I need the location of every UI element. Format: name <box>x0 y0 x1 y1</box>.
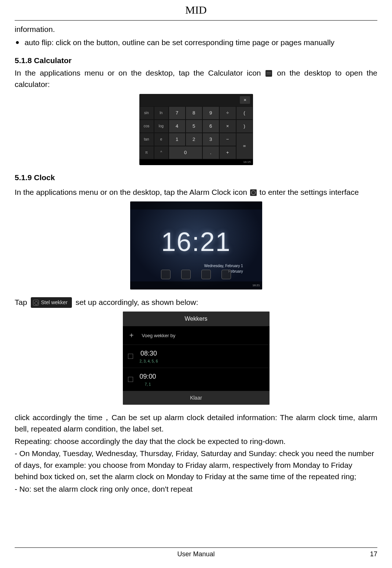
calculator-screenshot: ✕ sin ln 7 8 9 ÷ ( cos log 4 5 6 × ) ta <box>139 94 253 165</box>
calculator-icon <box>265 70 272 77</box>
alarm-time-1: 08:30 <box>140 349 158 358</box>
calc-key-sub: − <box>219 133 236 146</box>
calc-key-div: ÷ <box>219 106 236 120</box>
calc-key-6: 6 <box>202 120 219 133</box>
calc-key-8: 8 <box>186 106 202 120</box>
calc-key-add: + <box>219 146 236 159</box>
clock-bottombar: 16:21 <box>130 281 262 290</box>
clock-button-row <box>130 270 262 279</box>
wekkers-screenshot: Wekkers + Voeg wekker by 08:30 2, 3, 4, … <box>123 312 270 405</box>
wekkers-footer-button: Klaar <box>123 391 270 405</box>
calculator-body: In the applications menu or on the deskt… <box>15 67 377 90</box>
calc-key-1: 1 <box>169 133 186 146</box>
tap-line-after: set up accordingly, as shown below: <box>76 298 198 306</box>
clock-body: In the applications menu or on the deskt… <box>15 186 377 198</box>
calc-key-2: 2 <box>186 133 202 146</box>
stel-wekker-icon <box>33 300 39 306</box>
wekkers-alarm-row-2: 09:00 7, 1 <box>123 368 270 391</box>
calc-display-row: ✕ <box>139 94 253 106</box>
calc-delete-icon: ✕ <box>240 96 250 104</box>
calc-key-log: log <box>154 120 169 133</box>
calc-keypad: sin ln 7 8 9 ÷ ( cos log 4 5 6 × ) tan e… <box>139 106 253 159</box>
bullet-text: auto flip: click on the button, outline … <box>25 37 334 48</box>
calculator-body-before: In the applications menu or on the deskt… <box>15 69 265 77</box>
wekkers-add-row: + Voeg wekker by <box>123 326 270 345</box>
clock-figure: 16:21 Wednesday, February 1 February 16:… <box>15 201 377 293</box>
plus-icon: + <box>128 330 135 341</box>
clock-body-before: In the applications menu or on the deskt… <box>15 188 249 196</box>
footer-rule <box>15 547 377 548</box>
calc-key-5: 5 <box>186 120 202 133</box>
calc-key-pi: π <box>139 146 154 159</box>
wekkers-alarm-row-1: 08:30 2, 3, 4, 5, 6 <box>123 345 270 368</box>
para-repeating: Repeating: choose accordingly the day th… <box>15 436 377 447</box>
header-rule <box>15 20 377 21</box>
tap-line: Tap Stel wekker set up accordingly, as s… <box>15 296 377 308</box>
page-content: information. ● auto flip: click on the b… <box>15 23 377 495</box>
calc-key-mul: × <box>219 120 236 133</box>
stel-wekker-label: Stel wekker <box>41 299 67 306</box>
para-weekdays: - On Monday, Tuesday, Wednesday, Thursda… <box>15 448 377 483</box>
calculator-figure: ✕ sin ln 7 8 9 ÷ ( cos log 4 5 6 × ) ta <box>15 94 377 168</box>
bullet-item: ● auto flip: click on the button, outlin… <box>15 37 377 48</box>
para-no-repeat: - No: set the alarm clock ring only once… <box>15 483 377 495</box>
clock-body-after: to enter the settings interface <box>260 188 359 196</box>
stel-wekker-button: Stel wekker <box>31 297 72 308</box>
alarm-days-1: 2, 3, 4, 5, 6 <box>140 358 158 364</box>
page-footer: User Manual 17 <box>15 547 377 559</box>
heading-calculator: 5.1.8 Calculator <box>15 55 377 66</box>
calc-key-7: 7 <box>169 106 186 120</box>
alarm-days-2: 7, 1 <box>140 382 156 387</box>
clock-screenshot: 16:21 Wednesday, February 1 February 16:… <box>130 201 262 290</box>
wekkers-add-label: Voeg wekker by <box>142 332 176 339</box>
calc-statusbar: 16:15 <box>139 159 253 165</box>
alarm-time-2: 09:00 <box>140 372 156 382</box>
para-click-time: click accordingly the time，Can be set up… <box>15 412 377 435</box>
clock-home-icon <box>221 270 231 279</box>
tap-line-before: Tap <box>15 298 29 306</box>
clock-topbar <box>130 201 262 210</box>
calc-key-tan: tan <box>139 133 154 146</box>
wekkers-title: Wekkers <box>123 312 270 326</box>
calc-key-pow: ^ <box>154 146 169 159</box>
clock-alarm-icon <box>161 270 171 279</box>
calc-key-dot: . <box>202 146 219 159</box>
bullet-dot-icon: ● <box>15 37 19 48</box>
calc-key-4: 4 <box>169 120 186 133</box>
calc-key-sin: sin <box>139 106 154 120</box>
calc-key-e: e <box>154 133 169 146</box>
alarm-checkbox-2 <box>128 377 133 382</box>
footer-label: User Manual <box>177 549 215 559</box>
calc-key-cos: cos <box>139 120 154 133</box>
heading-clock: 5.1.9 Clock <box>15 172 377 183</box>
calc-key-ln: ln <box>154 106 169 120</box>
page-header: MID <box>15 1 377 21</box>
clock-music-icon <box>201 270 211 279</box>
intro-tail-text: information. <box>15 23 377 35</box>
calc-key-lparen: ( <box>236 106 253 120</box>
calc-key-0: 0 <box>169 146 202 159</box>
footer-page-number: 17 <box>370 549 377 559</box>
alarm-checkbox-1 <box>128 354 133 359</box>
clock-gallery-icon <box>181 270 191 279</box>
alarm-clock-icon <box>250 189 257 196</box>
calc-key-rparen: ) <box>236 120 253 133</box>
calc-key-3: 3 <box>202 133 219 146</box>
clock-time-display: 16:21 <box>130 201 262 262</box>
wekkers-figure: Wekkers + Voeg wekker by 08:30 2, 3, 4, … <box>15 312 377 408</box>
calc-key-eq: = <box>236 133 253 159</box>
calc-key-9: 9 <box>202 106 219 120</box>
doc-title: MID <box>15 1 377 18</box>
